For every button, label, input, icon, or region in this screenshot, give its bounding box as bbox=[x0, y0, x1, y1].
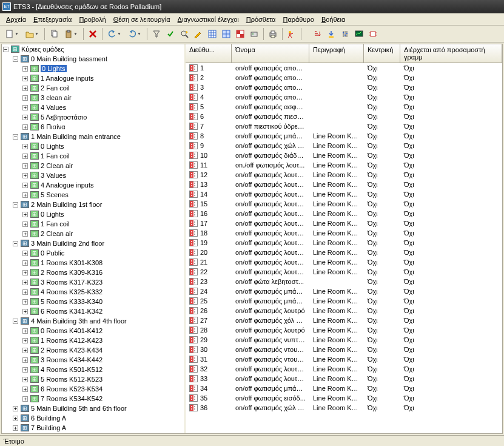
list-row[interactable]: 23on/off φώτα λεβητοστ...ΌχιΌχι bbox=[186, 277, 502, 286]
expand-icon[interactable]: + bbox=[22, 377, 28, 382]
list-row[interactable]: 32on/off φωτισμός λουτρούLine Room K0...… bbox=[186, 364, 502, 374]
list-row[interactable]: 28on/off φωτισμός λουτρόLine Room K0...Ό… bbox=[186, 325, 502, 335]
tree-node[interactable]: −⊞4 Main Building 3th and 4th floor bbox=[2, 316, 184, 326]
tree-node[interactable]: +⊞2 Rooms K423-K434 bbox=[2, 345, 184, 355]
col-description[interactable]: Περιγραφή bbox=[309, 44, 364, 63]
tree-node[interactable]: +⊞0 Lights bbox=[2, 64, 184, 73]
list-row[interactable]: 9on/off φωτισμός χώλ ει...Line Room K0..… bbox=[186, 141, 502, 150]
expand-icon[interactable]: + bbox=[22, 357, 28, 363]
tree-node[interactable]: +⊞5 Λεβητοστάσιο bbox=[2, 112, 184, 122]
device-button[interactable] bbox=[247, 27, 261, 41]
tree-node[interactable]: +⊞5 Main Building 5th and 6th floor bbox=[2, 404, 184, 413]
expand-icon[interactable]: + bbox=[22, 231, 28, 237]
list-row[interactable]: 27on/off φωτισμός χόλ ει...Line Room K0.… bbox=[186, 316, 502, 325]
tree-node[interactable]: +⊞3 Values bbox=[2, 171, 184, 180]
tree-node[interactable]: +⊞1 Analogue inputs bbox=[2, 73, 184, 83]
tree-node[interactable]: +⊞7 Rooms K534-K542 bbox=[2, 394, 184, 404]
run-button[interactable] bbox=[285, 27, 298, 41]
menu-Θέση σε λειτουργία[interactable]: Θέση σε λειτουργία bbox=[110, 15, 174, 24]
expand-icon[interactable]: + bbox=[22, 251, 28, 256]
delete-button[interactable] bbox=[86, 27, 99, 41]
expand-icon[interactable]: + bbox=[22, 154, 28, 159]
list-row[interactable]: 10on/off φωτισμός διάδρ...Line Room K0..… bbox=[186, 150, 502, 160]
tree-node[interactable]: −⊞2 Main Building 1st floor bbox=[2, 200, 184, 209]
expand-icon[interactable]: + bbox=[22, 328, 28, 334]
list-row[interactable]: 31on/off φωτισμός ντουζ...Line Room K0..… bbox=[186, 354, 502, 364]
copy-button[interactable] bbox=[47, 27, 61, 41]
tree-node[interactable]: +⊞5 Rooms K333-K340 bbox=[2, 297, 184, 306]
grid3-button[interactable] bbox=[234, 27, 247, 41]
expand-icon[interactable]: + bbox=[13, 406, 18, 411]
tree-node[interactable]: +⊞0 Lights bbox=[2, 141, 184, 151]
list-row[interactable]: 8on/off φωτισμός μπάνι...Line Room K0...… bbox=[186, 131, 502, 141]
expand-icon[interactable]: + bbox=[22, 124, 28, 130]
list-row[interactable]: 13on/off φωτισμός λουτρούLine Room K0...… bbox=[186, 180, 502, 189]
tree-node[interactable]: +⊞2 Clean air bbox=[2, 229, 184, 238]
grid1-button[interactable] bbox=[206, 27, 219, 41]
tree-node[interactable]: +⊞4 Values bbox=[2, 103, 184, 112]
menu-Αρχεία[interactable]: Αρχεία bbox=[2, 15, 30, 24]
list-row[interactable]: 5on/off φωτισμός ασφαλ...ΌχιΌχι bbox=[186, 102, 502, 112]
list-row[interactable]: 17on/off φωτισμός λουτρ...Line Room K0..… bbox=[186, 218, 502, 228]
expand-icon[interactable]: + bbox=[22, 115, 28, 120]
settings-button[interactable] bbox=[338, 27, 352, 41]
list-row[interactable]: 24on/off φωτισμός μπάνιουLine Room K0...… bbox=[186, 286, 502, 296]
expand-icon[interactable]: + bbox=[22, 387, 28, 392]
list-row[interactable]: 1on/off φωτισμός αποθή...ΌχιΌχι bbox=[186, 63, 502, 73]
tree-node[interactable]: +⊞3 clean air bbox=[2, 93, 184, 103]
tree-node[interactable]: +⊞1 Fan coil bbox=[2, 219, 184, 229]
list-row[interactable]: 33on/off φωτισμός λουτρ...Line Room K0..… bbox=[186, 374, 502, 383]
tree-node[interactable]: +⊞6 Rooms K523-K534 bbox=[2, 384, 184, 394]
collapse-icon[interactable]: − bbox=[13, 202, 18, 208]
print-button[interactable] bbox=[266, 27, 280, 41]
menu-Διαγνωστικοί έλεγχοι[interactable]: Διαγνωστικοί έλεγχοι bbox=[174, 15, 243, 24]
tree-node[interactable]: +⊞1 Rooms K301-K308 bbox=[2, 258, 184, 268]
expand-icon[interactable]: + bbox=[22, 86, 28, 91]
tree-node[interactable]: +⊞4 Rooms K325-K332 bbox=[2, 287, 184, 297]
menu-Επεξεργασία[interactable]: Επεξεργασία bbox=[30, 15, 75, 24]
tree-node[interactable]: +⊞0 Public bbox=[2, 248, 184, 258]
col-central[interactable]: Κεντρική bbox=[364, 44, 400, 63]
new-button[interactable]: ▼ bbox=[2, 27, 22, 41]
list-row[interactable]: 12on/off φωτισμός λουτρουLine Room K0...… bbox=[186, 170, 502, 180]
expand-icon[interactable]: + bbox=[22, 95, 28, 101]
list-row[interactable]: 4on/off φωτισμός αποθή...ΌχιΌχι bbox=[186, 92, 502, 102]
expand-icon[interactable]: + bbox=[22, 299, 28, 305]
collapse-icon[interactable]: − bbox=[3, 47, 8, 52]
tree-node[interactable]: +⊞2 Clean air bbox=[2, 161, 184, 171]
list-row[interactable]: 14on/off φωτισμός λουτρ...Line Room K0..… bbox=[186, 189, 502, 199]
tree-node[interactable]: −⊞Κύριες ομάδες bbox=[2, 44, 184, 54]
expand-icon[interactable]: + bbox=[22, 173, 28, 178]
tree-node[interactable]: +⊞0 Lights bbox=[2, 209, 184, 219]
tree-node[interactable]: +⊞3 Rooms K317-K323 bbox=[2, 277, 184, 287]
tree-node[interactable]: +⊞7 Building A bbox=[2, 423, 184, 433]
download-button[interactable] bbox=[324, 27, 338, 41]
collapse-icon[interactable]: − bbox=[13, 319, 18, 324]
list-row[interactable]: 3on/off φωτισμός αποθή...ΌχιΌχι bbox=[186, 83, 502, 92]
tree-node[interactable]: +⊞2 Fan coil bbox=[2, 83, 184, 93]
tree-node[interactable]: +⊞5 Rooms K512-K523 bbox=[2, 374, 184, 384]
list-row[interactable]: 20on/off φωτισμός λουτρ...Line Room K0..… bbox=[186, 248, 502, 257]
tree-panel[interactable]: −⊞Κύριες ομάδες−⊞0 Main Building bassmen… bbox=[2, 44, 186, 433]
tree-node[interactable]: +⊞6 Rooms K341-K342 bbox=[2, 306, 184, 316]
open-button[interactable]: ▼ bbox=[22, 27, 42, 41]
expand-icon[interactable]: + bbox=[22, 396, 28, 402]
tree-node[interactable]: +⊞5 Scenes bbox=[2, 190, 184, 200]
list-row[interactable]: 25on/off φωτισμός μπάνιουLine Room K0...… bbox=[186, 296, 502, 306]
tree-node[interactable]: +⊞1 Fan coil bbox=[2, 151, 184, 161]
list-row[interactable]: 36on/off φωτισμός χώλ ει...Line Room K0.… bbox=[186, 403, 502, 413]
expand-icon[interactable]: + bbox=[22, 309, 28, 314]
expand-icon[interactable]: + bbox=[22, 348, 28, 353]
list-row[interactable]: 7on/off πιεστικού ύδρευ...ΌχιΌχι bbox=[186, 121, 502, 131]
menu-Παράθυρο[interactable]: Παράθυρο bbox=[279, 15, 317, 24]
tree-node[interactable]: +⊞2 Rooms K309-K316 bbox=[2, 268, 184, 277]
col-name[interactable]: Όνομα bbox=[232, 44, 309, 63]
tree-node[interactable]: +⊞6 Building A bbox=[2, 413, 184, 423]
chip-button[interactable] bbox=[366, 27, 380, 41]
tree-node[interactable]: −⊞3 Main Building 2nd floor bbox=[2, 238, 184, 248]
list-row[interactable]: 6on/off φωτισμός πιεστι...ΌχιΌχι bbox=[186, 112, 502, 121]
expand-icon[interactable]: + bbox=[22, 192, 28, 198]
list-row[interactable]: 2on/off φωτισμός αποθή...ΌχιΌχι bbox=[186, 73, 502, 83]
sort-button[interactable] bbox=[311, 27, 324, 41]
expand-icon[interactable]: + bbox=[22, 76, 28, 81]
